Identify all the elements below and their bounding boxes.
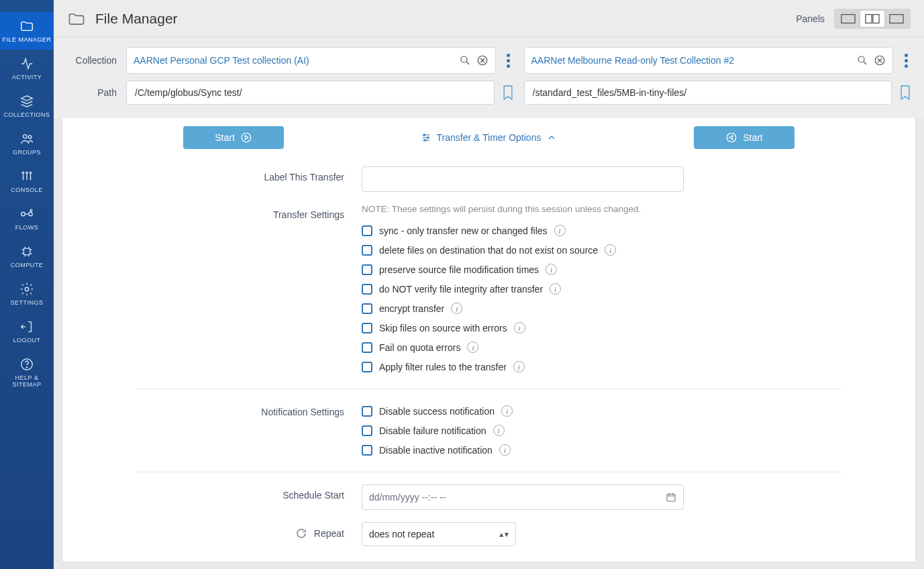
checkbox[interactable] bbox=[362, 362, 372, 372]
play-right-icon bbox=[240, 132, 252, 144]
svg-point-0 bbox=[23, 135, 28, 139]
info-icon[interactable]: i bbox=[501, 405, 513, 417]
panel-split[interactable] bbox=[860, 11, 884, 27]
select-arrows-icon: ▲▼ bbox=[498, 531, 509, 538]
right-collection-field[interactable]: AARNet Melbourne Read-only Test Collecti… bbox=[524, 47, 894, 74]
checkbox[interactable] bbox=[362, 245, 372, 256]
info-icon[interactable]: i bbox=[605, 244, 616, 256]
groups-icon bbox=[19, 132, 34, 146]
left-collection-field[interactable]: AARNet Personal GCP Test collection (AI) bbox=[126, 47, 496, 74]
info-icon[interactable]: i bbox=[451, 303, 462, 314]
svg-rect-12 bbox=[841, 14, 855, 23]
checkbox[interactable] bbox=[362, 425, 372, 436]
transfer-settings-label: Transfer Settings bbox=[136, 204, 344, 220]
svg-point-24 bbox=[727, 133, 736, 142]
notification-settings-label: Notification Settings bbox=[136, 401, 344, 417]
transfer-options-toggle[interactable]: Transfer & Timer Options bbox=[421, 132, 558, 143]
sidebar-item-label: FLOWS bbox=[15, 224, 39, 231]
calendar-icon bbox=[666, 492, 676, 503]
checkbox-label: do NOT verify file integrity after trans… bbox=[379, 284, 543, 295]
svg-point-2 bbox=[22, 172, 23, 173]
activity-icon bbox=[19, 56, 34, 71]
repeat-label: Repeat bbox=[314, 528, 344, 539]
checkbox-label: preserve source file modification times bbox=[379, 264, 539, 275]
page-title: File Manager bbox=[95, 11, 178, 27]
sidebar-item-help[interactable]: HELP & SITEMAP bbox=[0, 350, 54, 395]
bookmark-icon[interactable] bbox=[501, 84, 515, 101]
info-icon[interactable]: i bbox=[514, 322, 525, 333]
checkbox[interactable] bbox=[362, 445, 372, 456]
transfer-setting-row: delete files on destination that do not … bbox=[362, 240, 711, 260]
repeat-icon bbox=[295, 527, 307, 539]
info-icon[interactable]: i bbox=[493, 425, 505, 436]
action-bar: Start Transfer & Timer Options Start bbox=[62, 118, 915, 157]
gear-icon bbox=[19, 282, 34, 297]
sidebar-item-activity[interactable]: ACTIVITY bbox=[0, 50, 54, 87]
sidebar-item-label: LOGOUT bbox=[13, 337, 40, 344]
sliders-icon bbox=[421, 132, 431, 143]
clear-icon[interactable] bbox=[476, 54, 489, 66]
chevron-up-icon bbox=[546, 132, 557, 143]
panel-single-right[interactable] bbox=[884, 11, 909, 27]
start-right-button[interactable]: Start bbox=[694, 126, 794, 149]
checkbox[interactable] bbox=[362, 264, 372, 275]
main: File Manager Panels Collection bbox=[54, 0, 924, 569]
label-this-transfer-label: Label This Transfer bbox=[136, 166, 344, 183]
left-pane-menu[interactable] bbox=[503, 54, 515, 68]
checkbox-label: Fail on quota errors bbox=[379, 342, 460, 353]
sidebar-item-collections[interactable]: COLLECTIONS bbox=[0, 87, 54, 125]
panel-single-left[interactable] bbox=[836, 11, 860, 27]
svg-rect-8 bbox=[23, 248, 30, 254]
sidebar-item-label: COLLECTIONS bbox=[3, 111, 50, 118]
sidebar-item-logout[interactable]: LOGOUT bbox=[0, 313, 54, 350]
checkbox[interactable] bbox=[362, 225, 372, 236]
left-path-input[interactable] bbox=[126, 81, 495, 105]
transfer-setting-row: Skip files on source with errorsi bbox=[362, 318, 711, 338]
path-label: Path bbox=[66, 87, 117, 98]
transfer-label-input[interactable] bbox=[362, 166, 684, 192]
search-icon[interactable] bbox=[856, 54, 868, 66]
search-icon[interactable] bbox=[459, 54, 471, 66]
schedule-start-input[interactable]: dd/mm/yyyy --:-- -- bbox=[362, 484, 684, 510]
sidebar: FILE MANAGER ACTIVITY COLLECTIONS GROUPS… bbox=[0, 0, 54, 569]
sidebar-item-file-manager[interactable]: FILE MANAGER bbox=[0, 12, 54, 50]
info-icon[interactable]: i bbox=[499, 444, 511, 456]
svg-point-16 bbox=[461, 56, 467, 62]
checkbox-label: sync - only transfer new or changed file… bbox=[379, 225, 548, 236]
info-icon[interactable]: i bbox=[546, 264, 557, 275]
start-left-button[interactable]: Start bbox=[183, 126, 284, 149]
transfer-setting-row: Apply filter rules to the transferi bbox=[362, 357, 711, 376]
sidebar-item-groups[interactable]: GROUPS bbox=[0, 125, 54, 162]
clear-icon[interactable] bbox=[874, 54, 886, 66]
right-path-input[interactable] bbox=[524, 81, 892, 105]
bookmark-icon[interactable] bbox=[899, 84, 912, 101]
sidebar-item-compute[interactable]: COMPUTE bbox=[0, 238, 54, 275]
collection-label: Collection bbox=[66, 55, 117, 66]
checkbox[interactable] bbox=[362, 342, 372, 353]
play-left-icon bbox=[725, 132, 737, 144]
checkbox[interactable] bbox=[362, 284, 372, 295]
info-icon[interactable]: i bbox=[550, 283, 561, 295]
right-pane-menu[interactable] bbox=[900, 54, 912, 68]
right-collection-text: AARNet Melbourne Read-only Test Collecti… bbox=[531, 55, 852, 66]
checkbox[interactable] bbox=[362, 323, 372, 333]
svg-point-1 bbox=[28, 136, 32, 139]
svg-rect-25 bbox=[667, 494, 675, 501]
info-icon[interactable]: i bbox=[554, 225, 566, 236]
info-icon[interactable]: i bbox=[513, 361, 525, 372]
checkbox[interactable] bbox=[362, 303, 372, 314]
folder-icon bbox=[67, 9, 86, 28]
checkbox-label: Disable success notification bbox=[379, 406, 495, 417]
svg-rect-15 bbox=[890, 14, 903, 23]
sidebar-item-console[interactable]: CONSOLE bbox=[0, 162, 54, 200]
transfer-setting-row: do NOT verify file integrity after trans… bbox=[362, 279, 711, 299]
transfer-setting-row: preserve source file modification timesi bbox=[362, 260, 711, 279]
checkbox[interactable] bbox=[362, 406, 372, 417]
sidebar-item-settings[interactable]: SETTINGS bbox=[0, 275, 54, 313]
checkbox-label: encrypt transfer bbox=[379, 303, 444, 314]
svg-point-18 bbox=[858, 56, 864, 62]
sidebar-item-flows[interactable]: FLOWS bbox=[0, 200, 54, 238]
repeat-select[interactable]: does not repeat ▲▼ bbox=[362, 522, 516, 546]
controls: Collection AARNet Personal GCP Test coll… bbox=[54, 38, 924, 118]
info-icon[interactable]: i bbox=[467, 342, 478, 353]
